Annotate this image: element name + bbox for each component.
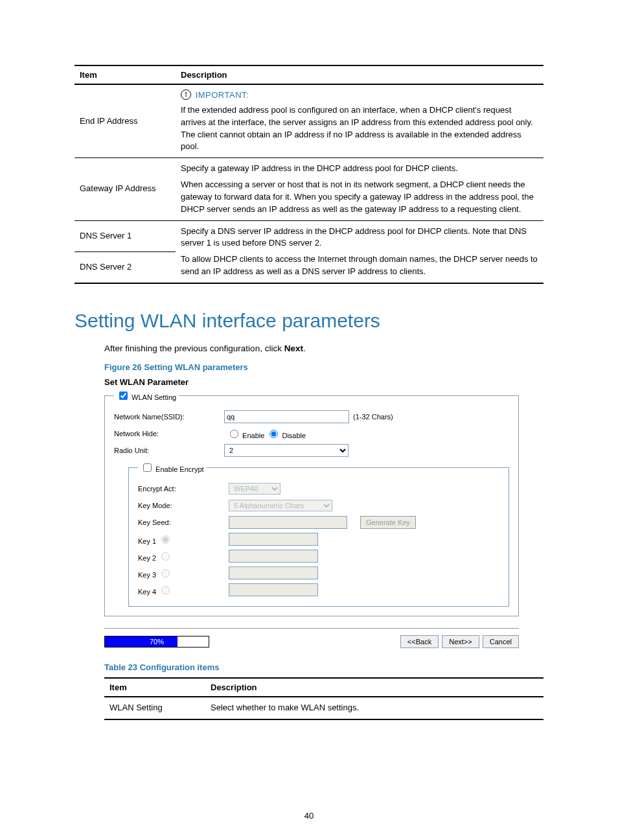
gateway-desc-2: When accessing a server or host that is … (181, 179, 538, 216)
config-items-table-23: Item Description WLAN Setting Select whe… (104, 677, 544, 720)
table-row: Gateway IP Address Specify a gateway IP … (74, 158, 544, 220)
section-heading: Setting WLAN interface parameters (74, 310, 544, 332)
item-wlan-setting: WLAN Setting (104, 697, 205, 719)
key-seed-label: Key Seed: (138, 519, 229, 526)
hide-disable-radio[interactable] (269, 430, 278, 438)
row-key3: Key 3 (138, 566, 499, 580)
key1-input (229, 533, 318, 546)
key4-label: Key 4 (138, 588, 156, 596)
item-gateway: Gateway IP Address (74, 158, 176, 220)
ssid-label: Network Name(SSID): (114, 413, 224, 421)
button-row: <<Back Next>> Cancel (399, 635, 519, 648)
next-button[interactable]: Next>> (442, 635, 479, 648)
figure-caption: Figure 26 Setting WLAN parameters (104, 362, 544, 372)
key4-input (229, 583, 318, 596)
bottom-bar: 70% <<Back Next>> Cancel (104, 635, 519, 648)
page-number: 40 (0, 811, 618, 821)
dns-desc-2: To allow DHCP clients to access the Inte… (181, 253, 538, 278)
back-button[interactable]: <<Back (400, 635, 439, 648)
enable-encrypt-checkbox[interactable] (143, 463, 152, 472)
important-icon: ! (181, 89, 191, 100)
wlan-panel: Set WLAN Parameter WLAN Setting Network … (104, 377, 519, 648)
col-item: Item (104, 678, 205, 697)
row-ssid: Network Name(SSID): (1-32 Chars) (114, 410, 509, 424)
row-key1: Key 1 (138, 532, 499, 546)
wlan-setting-legend: WLAN Setting (114, 390, 179, 402)
wlan-setting-checkbox[interactable] (119, 391, 128, 400)
item-dns2: DNS Server 2 (74, 251, 176, 283)
encrypt-legend: Enable Encrypt (138, 461, 207, 474)
encrypt-fieldset: Enable Encrypt Encrypt Act: WEP40 Key Mo… (128, 461, 509, 607)
key3-input (229, 566, 318, 579)
key4-radio (161, 586, 170, 594)
key1-label: Key 1 (138, 537, 156, 545)
progress-text: 70% (105, 636, 209, 647)
important-label: IMPORTANT: (196, 90, 249, 100)
cancel-button[interactable]: Cancel (483, 635, 519, 648)
body-text: After finishing the previous configurati… (104, 344, 544, 353)
key1-radio (161, 535, 170, 544)
item-end-ip: End IP Address (74, 84, 176, 158)
key3-radio (161, 569, 170, 578)
dns-desc-1: Specify a DNS server IP address in the D… (181, 226, 538, 250)
row-radio-unit: Radio Unit: 2 (114, 443, 509, 458)
table-row: End IP Address ! IMPORTANT: If the exten… (74, 84, 544, 158)
hide-enable-radio[interactable] (230, 430, 238, 438)
radio-unit-label: Radio Unit: (114, 447, 224, 454)
ssid-hint: (1-32 Chars) (353, 413, 393, 421)
key-seed-input (229, 516, 347, 529)
row-hide: Network Hide: Enable Disable (114, 426, 509, 441)
end-ip-desc: If the extended address pool is configur… (181, 105, 533, 152)
table-caption: Table 23 Configuration items (104, 662, 544, 672)
row-key-mode: Key Mode: 5 Alphanumeric Chars (138, 498, 499, 513)
row-key-seed: Key Seed: Generate Key (138, 515, 499, 530)
row-encrypt-act: Encrypt Act: WEP40 (138, 482, 499, 496)
key2-radio (161, 552, 170, 561)
key2-input (229, 550, 318, 563)
wlan-setting-fieldset: WLAN Setting Network Name(SSID): (1-32 C… (104, 390, 519, 616)
encrypt-act-select: WEP40 (229, 483, 280, 495)
encrypt-act-label: Encrypt Act: (138, 485, 229, 493)
table-row: DNS Server 1 Specify a DNS server IP add… (74, 220, 544, 251)
table-row: WLAN Setting Select whether to make WLAN… (104, 697, 544, 719)
generate-key-button: Generate Key (360, 516, 416, 529)
key-mode-select: 5 Alphanumeric Chars (229, 500, 332, 511)
wlan-panel-title: Set WLAN Parameter (104, 377, 519, 387)
wlan-setting-desc: Select whether to make WLAN settings. (205, 697, 544, 719)
col-desc: Description (176, 65, 544, 84)
col-item: Item (74, 65, 176, 84)
key2-label: Key 2 (138, 554, 156, 562)
row-key2: Key 2 (138, 549, 499, 563)
radio-unit-select[interactable]: 2 (224, 444, 349, 457)
key3-label: Key 3 (138, 571, 156, 579)
progress-bar: 70% (104, 636, 209, 648)
config-items-table-continued: Item Description End IP Address ! IMPORT… (74, 65, 544, 284)
col-desc: Description (205, 678, 544, 697)
separator (104, 628, 519, 629)
row-key4: Key 4 (138, 583, 499, 597)
key-mode-label: Key Mode: (138, 502, 229, 509)
item-dns1: DNS Server 1 (74, 220, 176, 251)
hide-label: Network Hide: (114, 430, 224, 438)
gateway-desc-1: Specify a gateway IP address in the DHCP… (181, 163, 538, 175)
ssid-input[interactable] (224, 410, 349, 423)
